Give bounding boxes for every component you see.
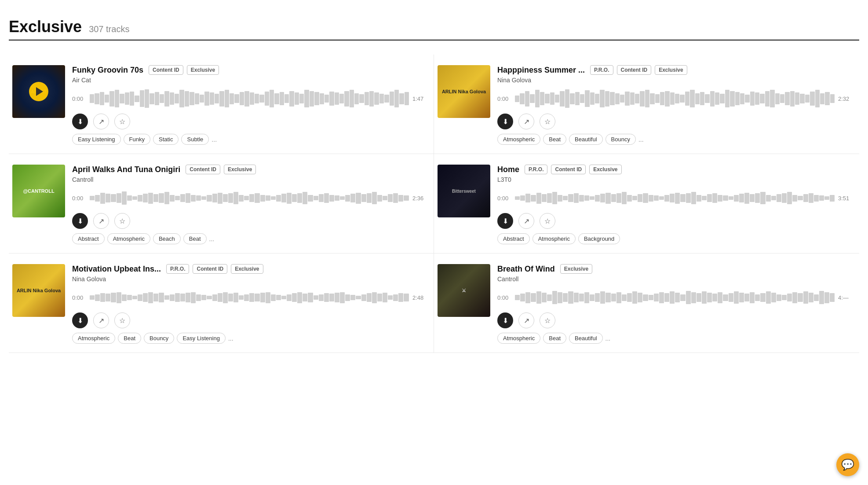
track-artwork[interactable]: @CANTROLL <box>12 165 65 217</box>
waveform-container: 0:003:51 <box>497 187 852 209</box>
track-title: Breath Of Wind <box>497 265 555 274</box>
tags-more-button[interactable]: ... <box>228 335 233 342</box>
tag[interactable]: Subtle <box>181 134 209 145</box>
track-artist: L3T0 <box>497 176 852 183</box>
tag[interactable]: Beautiful <box>569 134 603 145</box>
share-button[interactable]: ↗ <box>518 114 534 129</box>
download-button[interactable]: ⬇ <box>72 213 88 229</box>
track-actions: ⬇↗☆ <box>497 114 852 129</box>
tag[interactable]: Atmospheric <box>497 333 540 344</box>
tags-more-button[interactable]: ... <box>209 235 215 242</box>
tracks-grid: AI CATFunky Groovin 70sContent IDExclusi… <box>9 55 859 353</box>
track-title: Funky Groovin 70s <box>72 66 143 75</box>
track-tags: AbstractAtmosphericBackground <box>497 233 852 244</box>
track-tags: AtmosphericBeatBeautifulBouncy... <box>497 134 852 145</box>
track-item: @CANTROLLApril Walks And Tuna OnigiriCon… <box>9 154 434 254</box>
track-badge: Content ID <box>551 165 586 174</box>
track-artwork[interactable]: Bittersweet <box>438 165 490 217</box>
page-title: Exclusive <box>9 18 82 36</box>
track-badge: Exclusive <box>589 165 621 174</box>
download-button[interactable]: ⬇ <box>497 114 513 129</box>
tag[interactable]: Background <box>578 233 620 244</box>
tag[interactable]: Abstract <box>497 233 530 244</box>
tag[interactable]: Atmospheric <box>72 333 115 344</box>
tag[interactable]: Beach <box>153 233 181 244</box>
download-button[interactable]: ⬇ <box>497 213 513 229</box>
track-badge: Content ID <box>617 65 652 75</box>
tag[interactable]: Abstract <box>72 233 105 244</box>
track-badge: Exclusive <box>187 65 219 75</box>
time-start: 0:00 <box>72 294 86 301</box>
track-content: April Walks And Tuna OnigiriContent IDEx… <box>72 165 427 244</box>
track-badge: P.R.O. <box>590 65 613 75</box>
tag[interactable]: Funky <box>124 134 150 145</box>
track-badge: Exclusive <box>224 165 256 174</box>
download-button[interactable]: ⬇ <box>72 312 88 328</box>
tag[interactable]: Atmospheric <box>497 134 540 145</box>
tag[interactable]: Beat <box>543 134 566 145</box>
track-actions: ⬇↗☆ <box>497 312 852 328</box>
track-actions: ⬇↗☆ <box>72 312 427 328</box>
track-header: HomeP.R.O.Content IDExclusive <box>497 165 852 174</box>
tag[interactable]: Easy Listening <box>72 134 121 145</box>
track-badge: P.R.O. <box>525 165 547 174</box>
track-count: 307 tracks <box>89 24 129 34</box>
track-item: ⚔Breath Of WindExclusiveCantroll0:004:—⬇… <box>434 254 859 353</box>
track-item: ARLIN Nika GolovaHapppiness Summer ...P.… <box>434 55 859 154</box>
share-button[interactable]: ↗ <box>93 312 109 328</box>
time-end: 1:47 <box>412 96 427 102</box>
track-tags: AbstractAtmosphericBeachBeat... <box>72 233 427 244</box>
time-end: 2:32 <box>838 96 852 102</box>
time-start: 0:00 <box>497 195 511 202</box>
track-tags: Easy ListeningFunkyStaticSubtle... <box>72 134 427 145</box>
track-artwork[interactable]: ⚔ <box>438 264 490 317</box>
time-end: 2:48 <box>412 294 427 301</box>
tag[interactable]: Atmospheric <box>107 233 150 244</box>
track-actions: ⬇↗☆ <box>72 213 427 229</box>
track-artwork[interactable]: AI CAT <box>12 65 65 118</box>
waveform-container: 0:002:36 <box>72 187 427 209</box>
share-button[interactable]: ↗ <box>518 312 534 328</box>
tag[interactable]: Beat <box>183 233 207 244</box>
favorite-button[interactable]: ☆ <box>114 114 130 129</box>
favorite-button[interactable]: ☆ <box>540 312 555 328</box>
favorite-button[interactable]: ☆ <box>114 213 130 229</box>
tag[interactable]: Atmospheric <box>532 233 576 244</box>
track-item: ARLIN Nika GolovaMotivation Upbeat Ins..… <box>9 254 434 353</box>
waveform-container: 0:001:47 <box>72 88 427 109</box>
track-artist: Air Cat <box>72 77 427 84</box>
tag[interactable]: Bouncy <box>605 134 636 145</box>
tag[interactable]: Bouncy <box>144 333 174 344</box>
track-item: BittersweetHomeP.R.O.Content IDExclusive… <box>434 154 859 254</box>
share-button[interactable]: ↗ <box>93 114 109 129</box>
time-start: 0:00 <box>497 96 511 102</box>
track-artwork[interactable]: ARLIN Nika Golova <box>438 65 490 118</box>
favorite-button[interactable]: ☆ <box>540 114 555 129</box>
tags-more-button[interactable]: ... <box>212 136 217 143</box>
track-actions: ⬇↗☆ <box>497 213 852 229</box>
tag[interactable]: Static <box>153 134 179 145</box>
time-start: 0:00 <box>72 96 86 102</box>
download-button[interactable]: ⬇ <box>497 312 513 328</box>
track-artist: Nina Golova <box>72 276 427 283</box>
tags-more-button[interactable]: ... <box>638 136 644 143</box>
tag[interactable]: Beat <box>118 333 141 344</box>
tags-more-button[interactable]: ... <box>605 335 611 342</box>
track-header: Motivation Upbeat Ins...P.R.O.Content ID… <box>72 264 427 274</box>
favorite-button[interactable]: ☆ <box>540 213 555 229</box>
track-artwork[interactable]: ARLIN Nika Golova <box>12 264 65 317</box>
track-badge: Exclusive <box>560 264 592 274</box>
favorite-button[interactable]: ☆ <box>114 312 130 328</box>
track-badge: Exclusive <box>655 65 687 75</box>
tag[interactable]: Beat <box>543 333 566 344</box>
share-button[interactable]: ↗ <box>93 213 109 229</box>
tag[interactable]: Easy Listening <box>177 333 226 344</box>
download-button[interactable]: ⬇ <box>72 114 88 129</box>
tag[interactable]: Beautiful <box>569 333 603 344</box>
share-button[interactable]: ↗ <box>518 213 534 229</box>
play-button[interactable] <box>29 82 48 101</box>
track-title: Home <box>497 165 519 174</box>
track-content: Funky Groovin 70sContent IDExclusiveAir … <box>72 65 427 145</box>
track-item: AI CATFunky Groovin 70sContent IDExclusi… <box>9 55 434 154</box>
track-header: Happpiness Summer ...P.R.O.Content IDExc… <box>497 65 852 75</box>
